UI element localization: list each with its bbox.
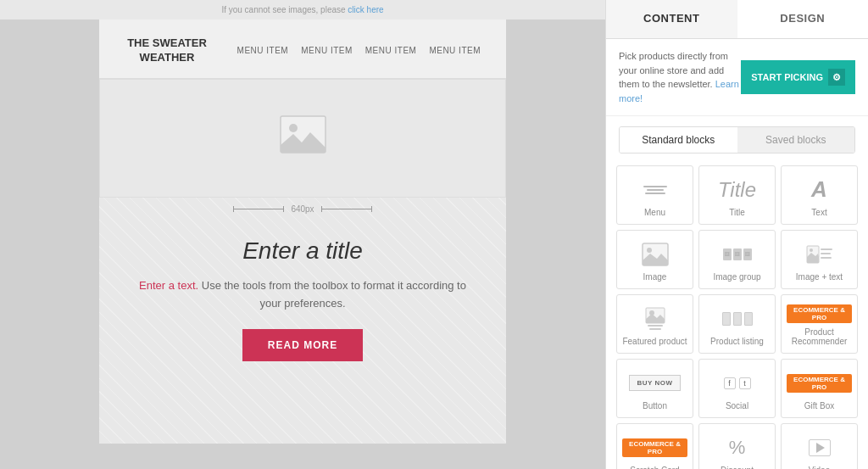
block-video[interactable]: Video: [781, 423, 858, 469]
block-title[interactable]: Title Title: [698, 165, 776, 225]
block-image-group[interactable]: 🖼 🖼 🖼 Image group: [698, 230, 776, 289]
block-image-label: Image: [643, 272, 667, 282]
email-header: THE SWEATER WEATHER MENU ITEM MENU ITEM …: [99, 20, 506, 79]
nav-item-4: MENU ITEM: [429, 46, 481, 55]
product-listing-block-icon: [722, 304, 753, 333]
nav-item-2: MENU ITEM: [301, 46, 353, 55]
scratch-card-block-icon: ECOMMERCE & PRO: [622, 433, 687, 462]
products-description: Pick products directly from your online …: [619, 49, 741, 105]
block-featured-product-label: Featured product: [622, 337, 687, 346]
svg-rect-7: [821, 253, 831, 254]
image-text-block-icon: [806, 239, 833, 269]
sub-tab-standard[interactable]: Standard blocks: [620, 127, 737, 153]
block-product-recommender-label: Product Recommender: [787, 327, 852, 346]
block-product-listing[interactable]: Product listing: [698, 294, 776, 354]
tab-design[interactable]: DESIGN: [737, 0, 869, 38]
brand-name: THE SWEATER WEATHER: [125, 36, 209, 65]
block-gift-box-label: Gift Box: [804, 401, 835, 410]
block-image-text-label: Image + text: [796, 272, 843, 282]
block-product-recommender[interactable]: ECOMMERCE & PRO Product Recommender: [781, 294, 858, 354]
title-block-icon: Title: [718, 175, 756, 204]
email-title: Enter a title: [133, 237, 472, 265]
start-picking-button[interactable]: START PICKING ⚙: [741, 60, 855, 94]
menu-block-icon: [643, 175, 667, 204]
svg-point-5: [810, 248, 813, 252]
email-notice: If you cannot see images, please click h…: [0, 0, 605, 20]
email-text-highlight: Enter a text.: [139, 279, 198, 292]
gift-box-block-icon: ECOMMERCE & PRO: [787, 368, 852, 398]
discount-block-icon: %: [729, 433, 746, 462]
image-block-icon: [642, 239, 669, 269]
email-canvas: THE SWEATER WEATHER MENU ITEM MENU ITEM …: [99, 20, 506, 444]
block-button[interactable]: BUY NOW Button: [616, 359, 693, 418]
image-group-block-icon: 🖼 🖼 🖼: [723, 239, 752, 269]
svg-rect-11: [648, 325, 663, 327]
gear-icon: ⚙: [828, 69, 845, 86]
width-indicator: 640px: [99, 198, 506, 221]
block-scratch-card-label: Scratch Card: [630, 466, 679, 469]
image-placeholder-icon: [280, 115, 326, 161]
block-button-label: Button: [643, 401, 667, 410]
nav-item-1: MENU ITEM: [237, 46, 289, 55]
product-recommender-block-icon: ECOMMERCE & PRO: [787, 304, 852, 324]
products-section: Pick products directly from your online …: [606, 39, 868, 116]
preview-area: If you cannot see images, please click h…: [0, 0, 605, 469]
block-gift-box[interactable]: ECOMMERCE & PRO Gift Box: [781, 359, 858, 418]
text-block-icon: A: [811, 175, 827, 204]
blocks-grid: Menu Title Title A Text Image: [606, 160, 868, 469]
block-menu-label: Menu: [644, 208, 665, 217]
width-line-left: [233, 209, 284, 209]
button-block-icon: BUY NOW: [629, 368, 680, 398]
block-text-label: Text: [811, 208, 826, 217]
block-scratch-card[interactable]: ECOMMERCE & PRO Scratch Card: [616, 423, 693, 469]
block-image-group-label: Image group: [713, 272, 760, 282]
block-image-text[interactable]: Image + text: [781, 230, 858, 289]
block-image[interactable]: Image: [616, 230, 693, 289]
block-product-listing-label: Product listing: [710, 337, 764, 346]
block-video-label: Video: [809, 466, 830, 469]
email-text: Enter a text. Use the tools from the too…: [133, 277, 472, 313]
block-title-label: Title: [729, 208, 745, 217]
svg-point-3: [647, 248, 652, 253]
block-text[interactable]: A Text: [781, 165, 858, 225]
svg-rect-12: [649, 328, 661, 330]
click-here-link[interactable]: click here: [348, 5, 383, 14]
email-image-placeholder: [99, 79, 506, 198]
video-block-icon: [809, 433, 831, 462]
block-featured-product[interactable]: Featured product: [616, 294, 693, 354]
block-discount-label: Discount: [721, 466, 754, 469]
nav-item-3: MENU ITEM: [365, 46, 417, 55]
nav-menu: MENU ITEM MENU ITEM MENU ITEM MENU ITEM: [237, 46, 481, 55]
email-text-rest: Use the tools from the toolbox to format…: [202, 279, 466, 310]
svg-rect-6: [821, 248, 832, 250]
svg-point-1: [289, 124, 298, 132]
social-block-icon: f t: [724, 368, 751, 398]
sub-tab-saved[interactable]: Saved blocks: [737, 127, 855, 153]
read-more-button[interactable]: READ MORE: [242, 329, 363, 361]
width-line-right: [321, 209, 372, 209]
right-panel: CONTENT DESIGN Pick products directly fr…: [605, 0, 868, 469]
email-content: Enter a title Enter a text. Use the tool…: [99, 221, 506, 388]
sub-tabs: Standard blocks Saved blocks: [619, 126, 855, 154]
block-social[interactable]: f t Social: [698, 359, 776, 418]
block-menu[interactable]: Menu: [616, 165, 693, 225]
block-social-label: Social: [726, 401, 748, 410]
svg-rect-8: [821, 257, 832, 259]
panel-tabs: CONTENT DESIGN: [606, 0, 868, 39]
featured-product-block-icon: [645, 304, 665, 333]
block-discount[interactable]: % Discount: [698, 423, 776, 469]
tab-content[interactable]: CONTENT: [606, 0, 737, 38]
